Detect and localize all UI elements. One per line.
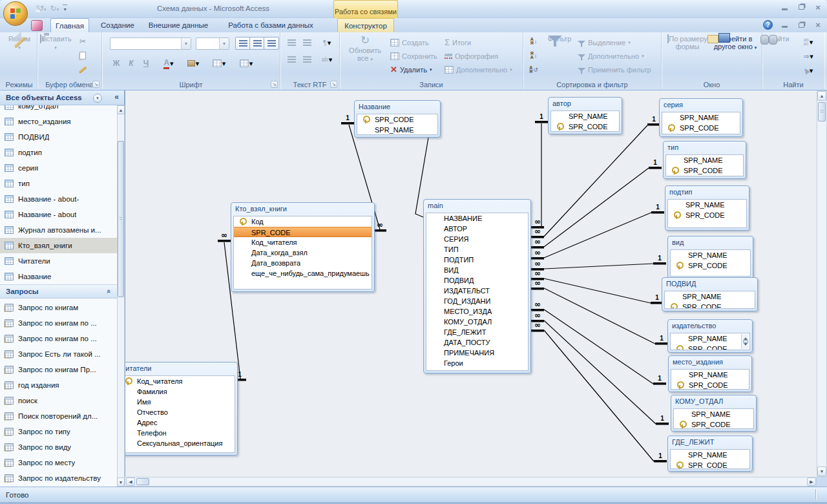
table-field[interactable]: Код xyxy=(234,216,372,227)
table-field[interactable]: SPR_NAME xyxy=(662,112,740,123)
sidebar-item[interactable]: Запрос по месту xyxy=(0,455,117,470)
scroll-up-icon[interactable] xyxy=(744,335,748,340)
table-field[interactable]: SPR_NAME xyxy=(666,155,743,165)
table-field[interactable]: Имя xyxy=(125,397,235,407)
help-button[interactable]: ? xyxy=(763,20,773,30)
nav-pane-header[interactable]: Все объекты Access ▼ « xyxy=(0,90,124,105)
doc-minimize-button[interactable] xyxy=(779,21,790,29)
align-center-button[interactable] xyxy=(249,37,265,50)
sidebar-item[interactable]: год издания xyxy=(0,377,117,393)
table-field[interactable]: SPR_NAME xyxy=(551,111,619,121)
sidebar-item[interactable]: кому_отдал xyxy=(0,105,117,114)
canvas-vscrollbar[interactable] xyxy=(817,90,827,477)
table-field[interactable]: SPR_CODE xyxy=(671,260,750,271)
text-highlight-button[interactable]: ab▾ xyxy=(317,53,337,66)
align-left-button[interactable] xyxy=(235,37,251,50)
table-title[interactable]: вид xyxy=(668,236,753,249)
sidebar-scroll-up-icon[interactable]: ▲ xyxy=(117,105,125,114)
table-title[interactable]: КОМУ_ОТДАЛ xyxy=(671,395,756,408)
diagram-table-тип[interactable]: типSPR_NAMESPR_CODE xyxy=(663,141,746,179)
restore-button[interactable] xyxy=(796,3,806,11)
refresh-all-button[interactable]: ↻ Обновить все ▾ xyxy=(348,35,382,63)
alternate-fill-button[interactable]: ▾ xyxy=(235,57,257,70)
table-title[interactable]: main xyxy=(424,200,530,213)
diagram-table-Кто_взял_книги[interactable]: Кто_взял_книгиКодSPR_CODEКод_читателяДат… xyxy=(231,202,375,292)
sidebar-item[interactable]: тип xyxy=(0,176,117,191)
canvas-hscrollbar[interactable] xyxy=(125,477,817,487)
table-field[interactable]: SPR_CODE xyxy=(668,210,746,220)
diagram-table-автор[interactable]: авторSPR_NAMESPR_CODE xyxy=(548,97,622,134)
sidebar-item[interactable]: Читатели xyxy=(0,253,117,269)
table-field[interactable]: Код_читателя xyxy=(125,376,235,386)
decrease-indent-button[interactable] xyxy=(284,36,299,49)
clipboard-dialog-launcher-icon[interactable]: ↘ xyxy=(92,81,99,88)
sidebar-item[interactable]: Поиск повторений дл... xyxy=(0,408,117,424)
customize-qat-button[interactable]: ▼ xyxy=(63,5,67,14)
table-field[interactable]: ПОДВИД xyxy=(426,275,528,286)
table-title[interactable]: тип xyxy=(664,142,746,154)
close-button[interactable]: × xyxy=(813,3,823,11)
format-painter-button[interactable] xyxy=(75,63,90,76)
table-title[interactable]: ПОДВИД xyxy=(662,278,757,291)
collapse-section-icon[interactable]: « xyxy=(105,289,113,293)
table-title[interactable]: Название xyxy=(355,101,440,114)
clear-sort-button[interactable]: АЯ↺ xyxy=(526,63,541,76)
canvas-scroll-left-icon[interactable]: ◀ xyxy=(126,478,135,486)
table-field[interactable]: SPR_NAME xyxy=(671,450,749,460)
table-field[interactable]: SPR_CODE xyxy=(674,419,753,429)
sidebar-item[interactable]: подтип xyxy=(0,145,117,160)
table-field[interactable]: Телефон xyxy=(125,428,235,438)
table-title[interactable]: Читатели xyxy=(125,362,237,375)
sidebar-scroll-down-icon[interactable]: ▼ xyxy=(117,478,125,487)
table-field[interactable]: ГОД_ИЗДАНИ xyxy=(426,296,528,306)
table-title[interactable]: подтип xyxy=(665,186,749,199)
sort-ascending-button[interactable]: АЯ↓ xyxy=(526,35,541,48)
sidebar-item[interactable]: поиск xyxy=(0,393,117,408)
table-title[interactable]: ГДЕ_ЛЕЖИТ xyxy=(668,436,752,449)
diagram-table-Название[interactable]: НазваниеSPR_CODESPR_NAME xyxy=(354,100,441,138)
nav-pane-menu-icon[interactable]: ▼ xyxy=(93,94,102,103)
table-field[interactable]: SPR_CODE xyxy=(551,121,619,132)
redo-button[interactable]: ↻▾ xyxy=(50,5,59,14)
table-field[interactable]: SPR_NAME xyxy=(671,370,749,380)
diagram-table-место_издания[interactable]: место_изданияSPR_NAMESPR_CODE xyxy=(668,355,752,392)
spelling-button[interactable]: АБВОрфография xyxy=(445,50,498,62)
find-button[interactable]: Найти xyxy=(765,35,793,43)
table-field[interactable]: SPR_NAME xyxy=(671,250,750,260)
totals-button[interactable]: ΣИтоги xyxy=(445,36,471,48)
canvas-scroll-down-icon[interactable]: ▼ xyxy=(817,467,826,476)
font-size-dropdown-icon[interactable]: ▼ xyxy=(219,38,229,49)
table-field[interactable]: Код_читателя xyxy=(234,237,372,247)
table-field[interactable]: SPR_CODE xyxy=(665,302,755,309)
sidebar-item[interactable]: Запрос по виду xyxy=(0,439,117,455)
align-right-button[interactable] xyxy=(264,37,279,50)
sidebar-item[interactable]: Название - about xyxy=(0,207,117,222)
table-field[interactable]: Дата_когда_взял xyxy=(234,247,372,258)
table-field[interactable]: SPR_NAME xyxy=(357,125,437,135)
table-field[interactable]: SPR_CODE xyxy=(666,165,743,176)
bullet-list-button[interactable] xyxy=(299,53,315,66)
table-field[interactable]: SPR_CODE xyxy=(671,380,749,390)
canvas-scroll-right-icon[interactable]: ▶ xyxy=(807,478,816,486)
copy-button[interactable] xyxy=(75,49,90,62)
toggle-filter-button[interactable]: Применить фильтр xyxy=(578,63,651,76)
table-field[interactable]: Дата_возврата xyxy=(234,258,372,268)
table-title[interactable]: издательство xyxy=(668,320,752,333)
doc-close-button[interactable]: × xyxy=(813,21,823,29)
table-field[interactable]: ВИД xyxy=(426,265,528,275)
filter-button[interactable]: Фильтр xyxy=(544,35,575,43)
table-field[interactable]: ДАТА_ПОСТУ xyxy=(426,337,528,348)
table-field[interactable]: Адрес xyxy=(125,417,235,428)
table-field[interactable]: ГДЕ_ЛЕЖИТ xyxy=(426,327,528,337)
sidebar-item[interactable]: Запрос по книгам xyxy=(0,300,117,315)
diagram-table-ГДЕ_ЛЕЖИТ[interactable]: ГДЕ_ЛЕЖИТSPR_NAMESPR_CODE xyxy=(667,436,753,472)
rtf-dialog-launcher-icon[interactable]: ↘ xyxy=(330,81,337,88)
table-field[interactable]: SPR_NAME xyxy=(671,333,749,344)
sidebar-item[interactable]: Запрос по книгам по ... xyxy=(0,331,117,346)
doc-restore-button[interactable] xyxy=(796,21,806,29)
tab-sozdanie[interactable]: Создание xyxy=(97,18,138,32)
tab-vneshnie-dannye[interactable]: Внешние данные xyxy=(143,18,213,32)
paste-button[interactable]: Вставить▾ xyxy=(40,35,71,52)
switch-windows-button[interactable]: Перейти в другое окно ▾ xyxy=(712,35,759,52)
diagram-table-main[interactable]: mainНАЗВАНИЕАВТОРСЕРИЯТИППОДТИПВИДПОДВИД… xyxy=(423,199,531,373)
